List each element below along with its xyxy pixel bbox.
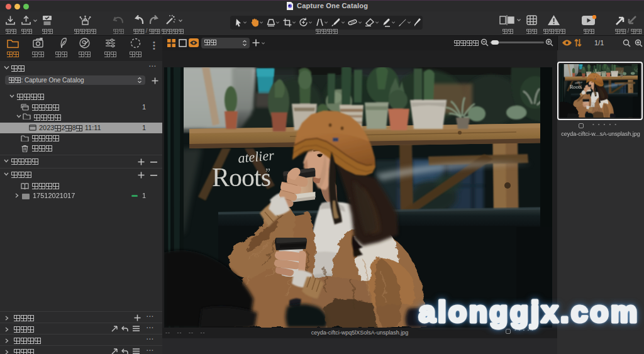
svg-text:alonggjx.com: alonggjx.com bbox=[419, 295, 640, 328]
